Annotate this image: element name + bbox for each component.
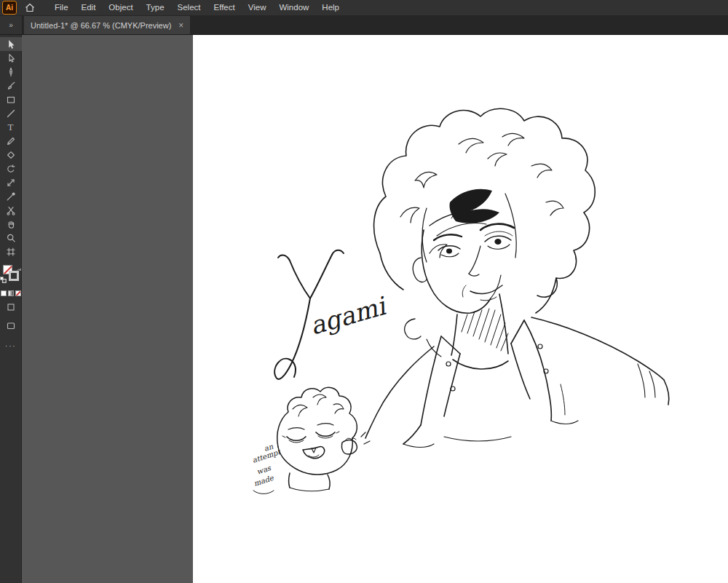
scissors-tool-button[interactable] — [0, 203, 22, 217]
gradient-mode-button[interactable] — [8, 290, 14, 296]
default-fill-stroke-icon[interactable] — [0, 273, 7, 286]
illustrator-logo-icon[interactable]: Ai — [2, 1, 17, 15]
collapse-tools-chevron-icon[interactable]: » — [0, 16, 23, 34]
menu-items: File Edit Object Type Select Effect View… — [48, 0, 346, 15]
home-icon[interactable] — [20, 0, 39, 16]
menu-help[interactable]: Help — [315, 0, 346, 15]
none-mode-button[interactable] — [15, 290, 21, 296]
direct-selection-tool-button[interactable] — [0, 51, 22, 65]
menu-object[interactable]: Object — [102, 0, 139, 15]
scale-tool-button[interactable] — [0, 175, 22, 189]
document-tab[interactable]: Untitled-1* @ 66.67 % (CMYK/Preview) × — [24, 16, 190, 34]
menu-file[interactable]: File — [48, 0, 75, 15]
swatch-mode-row — [1, 290, 21, 296]
draw-mode-icon[interactable] — [5, 302, 17, 315]
artwork-sketch: agami — [22, 35, 728, 583]
color-mode-button[interactable] — [1, 290, 7, 296]
screen-mode-icon[interactable] — [5, 321, 17, 334]
menu-window[interactable]: Window — [272, 0, 315, 15]
rectangle-tool-button[interactable] — [0, 92, 22, 106]
menu-select[interactable]: Select — [171, 0, 207, 15]
shaper-tool-button[interactable] — [0, 148, 22, 162]
document-tab-bar: » Untitled-1* @ 66.67 % (CMYK/Preview) × — [0, 16, 728, 35]
rotate-tool-button[interactable] — [0, 162, 22, 175]
eyedropper-tool-button[interactable] — [0, 189, 22, 203]
close-tab-icon[interactable]: × — [178, 21, 183, 30]
document-tab-title: Untitled-1* @ 66.67 % (CMYK/Preview) — [31, 21, 171, 30]
edit-toolbar-ellipsis-icon[interactable]: ··· — [5, 341, 17, 350]
selection-tool-button[interactable] — [0, 37, 22, 51]
menu-edit[interactable]: Edit — [75, 0, 103, 15]
artboard[interactable] — [193, 35, 728, 583]
fill-stroke-swatch-group — [0, 263, 22, 286]
line-segment-tool-button[interactable] — [0, 106, 22, 120]
illustrator-window: Ai File Edit Object Type Select Effect V… — [0, 0, 728, 583]
type-tool-button[interactable]: T — [0, 120, 22, 134]
type-tool-glyph: T — [8, 122, 14, 132]
pen-tool-button[interactable] — [0, 65, 22, 79]
hand-tool-button[interactable] — [0, 217, 22, 231]
swap-fill-stroke-icon[interactable] — [16, 263, 22, 276]
menu-type[interactable]: Type — [140, 0, 171, 15]
artboard-tool-button[interactable] — [0, 245, 22, 258]
pencil-tool-button[interactable] — [0, 134, 22, 148]
canvas-area[interactable]: agami — [22, 35, 728, 583]
menu-effect[interactable]: Effect — [207, 0, 242, 15]
menu-view[interactable]: View — [242, 0, 273, 15]
zoom-tool-button[interactable] — [0, 231, 22, 245]
tools-panel: T — [0, 35, 22, 583]
menu-bar: Ai File Edit Object Type Select Effect V… — [0, 0, 728, 16]
paintbrush-tool-button[interactable] — [0, 79, 22, 92]
